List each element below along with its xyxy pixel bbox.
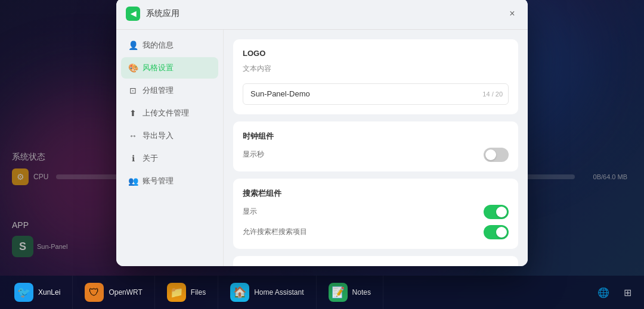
modal-logo-icon: ◀ [126, 7, 140, 21]
modal-content: LOGO 文本内容 14 / 20 时钟组件 显示秒 [224, 30, 528, 266]
sidebar-label-upload-management: 上传文件管理 [143, 108, 189, 118]
search-allow-knob [496, 227, 507, 238]
taskbar-item-notes[interactable]: 📝 Notes [317, 276, 383, 309]
search-allow-label: 允许搜索栏搜索项目 [243, 227, 307, 237]
logo-text-input[interactable] [243, 83, 509, 105]
taskbar-icon-homeassistant: 🏠 [230, 283, 249, 302]
search-allow-row: 允许搜索栏搜索项目 [243, 225, 509, 239]
user-icon: 👤 [128, 40, 138, 50]
search-card: 搜索栏组件 显示 允许搜索栏搜索项目 [233, 179, 518, 249]
sidebar-label-account-management: 账号管理 [143, 176, 174, 186]
sidebar-item-account-management[interactable]: 👥 账号管理 [121, 170, 218, 192]
clock-card-title: 时钟组件 [243, 131, 509, 142]
close-button[interactable]: × [506, 8, 518, 20]
sidebar-item-about[interactable]: ℹ 关于 [121, 148, 218, 169]
search-card-title: 搜索栏组件 [243, 188, 509, 199]
modal-sidebar: 👤 我的信息 🎨 风格设置 ⊡ 分组管理 ⬆ 上传文件管理 ↔ 导出导入 [116, 30, 224, 266]
sidebar-item-export-import[interactable]: ↔ 导出导入 [121, 125, 218, 146]
sidebar-label-group-management: 分组管理 [143, 85, 174, 96]
sidebar-label-about: 关于 [143, 153, 158, 164]
taskbar-item-xunlei[interactable]: 🐦 XunLei [10, 276, 73, 309]
logo-card: LOGO 文本内容 14 / 20 [233, 39, 518, 114]
taskbar-label-xunlei: XunLei [38, 288, 60, 296]
sidebar-item-upload-management[interactable]: ⬆ 上传文件管理 [121, 102, 218, 124]
upload-icon: ⬆ [128, 108, 138, 118]
taskbar-icon-xunlei: 🐦 [14, 283, 33, 302]
info-icon: ℹ [128, 154, 138, 163]
style-icon: 🎨 [128, 63, 138, 73]
taskbar-label-files: Files [191, 288, 206, 296]
search-show-label: 显示 [243, 207, 257, 217]
search-show-toggle[interactable] [484, 205, 509, 219]
taskbar-item-openwrt[interactable]: 🛡 OpenWRT [73, 276, 154, 309]
logo-input-counter: 14 / 20 [482, 90, 503, 98]
sidebar-label-style-settings: 风格设置 [143, 63, 174, 73]
modal-overlay: ◀ 系统应用 × 👤 我的信息 🎨 风格设置 ⊡ 分组管理 [0, 0, 644, 276]
clock-show-seconds-knob [485, 149, 496, 160]
logo-sub-label: 文本内容 [243, 64, 509, 74]
clock-card: 时钟组件 显示秒 [233, 121, 518, 171]
search-show-knob [496, 207, 507, 217]
taskbar-icon-notes: 📝 [329, 283, 348, 302]
modal-dialog: ◀ 系统应用 × 👤 我的信息 🎨 风格设置 ⊡ 分组管理 [116, 0, 528, 266]
sys-status-card: 系统状态组件 显示 显示标题 公开模式允许显示 [233, 256, 518, 266]
taskbar-label-homeassistant: Home Assistant [254, 288, 304, 296]
sidebar-label-my-info: 我的信息 [143, 40, 174, 51]
logo-input-wrap: 14 / 20 [243, 83, 509, 105]
sys-status-card-title: 系统状态组件 [243, 266, 509, 266]
taskbar-item-files[interactable]: 📁 Files [155, 276, 218, 309]
sidebar-item-my-info[interactable]: 👤 我的信息 [121, 35, 218, 56]
modal-body: 👤 我的信息 🎨 风格设置 ⊡ 分组管理 ⬆ 上传文件管理 ↔ 导出导入 [116, 30, 528, 266]
search-allow-toggle[interactable] [484, 225, 509, 239]
sidebar-item-style-settings[interactable]: 🎨 风格设置 [121, 57, 218, 79]
group-icon: ⊡ [128, 86, 138, 95]
modal-header: ◀ 系统应用 × [116, 0, 528, 30]
grid-icon[interactable]: ⊞ [620, 285, 634, 299]
taskbar: 🐦 XunLei 🛡 OpenWRT 📁 Files 🏠 Home Assist… [0, 276, 644, 309]
taskbar-item-homeassistant[interactable]: 🏠 Home Assistant [218, 276, 316, 309]
sidebar-label-export-import: 导出导入 [143, 130, 174, 141]
logo-card-title: LOGO [243, 49, 509, 58]
taskbar-label-openwrt: OpenWRT [109, 288, 142, 296]
account-icon: 👥 [128, 176, 138, 186]
clock-show-seconds-toggle[interactable] [484, 148, 509, 162]
taskbar-label-notes: Notes [352, 288, 371, 296]
clock-show-seconds-label: 显示秒 [243, 149, 264, 160]
search-show-row: 显示 [243, 205, 509, 219]
export-icon: ↔ [128, 131, 138, 141]
clock-show-seconds-row: 显示秒 [243, 148, 509, 162]
globe-icon[interactable]: 🌐 [596, 285, 611, 299]
taskbar-icon-openwrt: 🛡 [85, 283, 104, 302]
taskbar-right: 🌐 ⊞ [596, 285, 634, 299]
taskbar-icon-files: 📁 [167, 283, 186, 302]
modal-title: 系统应用 [146, 8, 500, 19]
sidebar-item-group-management[interactable]: ⊡ 分组管理 [121, 80, 218, 101]
